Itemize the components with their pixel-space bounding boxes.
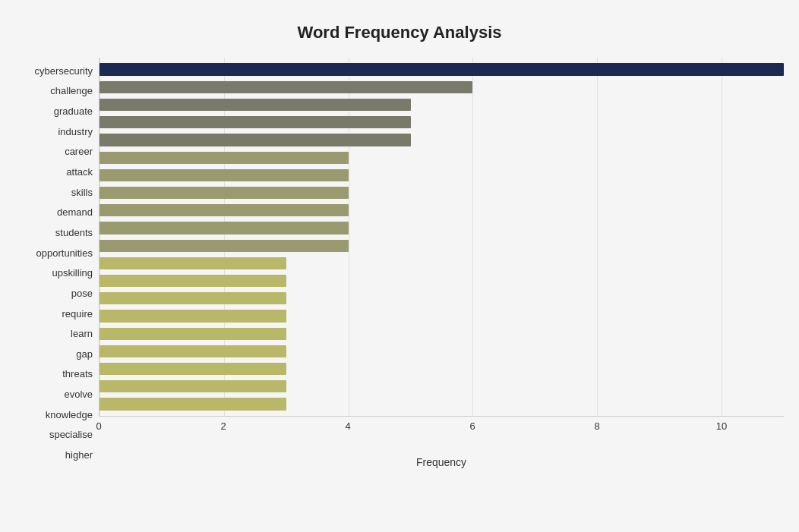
y-axis-label: industry: [15, 127, 93, 137]
bar-row: [99, 166, 784, 184]
bar: [99, 204, 349, 216]
bar: [99, 275, 286, 287]
bar-row: [99, 61, 784, 78]
y-axis-label: challenge: [15, 86, 93, 96]
y-axis-label: cybersecurity: [15, 66, 93, 76]
y-axis-label: gap: [15, 349, 93, 359]
y-axis-label: career: [15, 146, 93, 156]
y-axis-label: higher: [15, 450, 93, 460]
x-tick-label: 6: [469, 420, 475, 432]
y-axis: cybersecuritychallengegraduateindustryca…: [15, 58, 99, 468]
bar-row: [99, 184, 784, 201]
y-axis-label: demand: [15, 207, 93, 217]
bar: [99, 310, 286, 322]
y-axis-label: opportunities: [15, 248, 93, 258]
bar: [99, 240, 349, 252]
bar-row: [99, 342, 784, 360]
bar: [99, 134, 411, 146]
bar: [99, 99, 411, 111]
bar: [99, 63, 784, 75]
bar: [99, 398, 286, 410]
bar: [99, 328, 286, 340]
bar-row: [99, 395, 784, 413]
chart-container: Word Frequency Analysis cybersecuritycha…: [0, 0, 799, 532]
bar-row: [99, 114, 784, 131]
bar-row: [99, 307, 784, 325]
bar-row: [99, 360, 784, 377]
bar: [99, 222, 349, 234]
y-axis-label: learn: [15, 329, 93, 338]
x-tick-label: 8: [594, 420, 599, 432]
y-axis-label: evolve: [15, 389, 93, 399]
bar-row: [99, 96, 784, 113]
bar: [99, 292, 286, 304]
bar-row: [99, 254, 784, 272]
bar: [99, 169, 349, 181]
bars-and-xaxis: 0246810 Frequency: [99, 58, 784, 468]
bar-row: [99, 78, 784, 96]
y-axis-label: skills: [15, 187, 93, 197]
x-tick-label: 10: [716, 420, 727, 432]
bar-row: [99, 290, 784, 307]
x-tick-label: 4: [345, 420, 350, 432]
bar: [99, 257, 286, 269]
bar-row: [99, 149, 784, 166]
x-tick-label: 0: [96, 420, 101, 432]
y-axis-label: specialise: [15, 430, 93, 439]
bar: [99, 116, 411, 128]
y-axis-label: upskilling: [15, 268, 93, 278]
bar: [99, 81, 472, 93]
y-axis-label: graduate: [15, 106, 93, 116]
chart-title: Word Frequency Analysis: [15, 15, 784, 42]
bar: [99, 345, 286, 357]
y-axis-label: threats: [15, 369, 93, 379]
y-axis-label: knowledge: [15, 410, 93, 420]
bar-row: [99, 272, 784, 289]
bar-row: [99, 237, 784, 254]
y-axis-label: require: [15, 309, 93, 319]
bars-area: [99, 58, 784, 417]
bar-row: [99, 378, 784, 395]
x-axis-title: Frequency: [99, 439, 784, 468]
x-tick-label: 2: [220, 420, 226, 432]
y-axis-label: students: [15, 228, 93, 238]
y-axis-label: pose: [15, 288, 93, 298]
bar: [99, 363, 286, 375]
bar: [99, 152, 349, 164]
bar: [99, 187, 349, 199]
chart-area: cybersecuritychallengegraduateindustryca…: [15, 58, 784, 468]
bar-row: [99, 325, 784, 342]
bar-row: [99, 219, 784, 237]
bar: [99, 380, 286, 392]
y-axis-label: attack: [15, 167, 93, 177]
bar-row: [99, 202, 784, 219]
bar-row: [99, 131, 784, 149]
